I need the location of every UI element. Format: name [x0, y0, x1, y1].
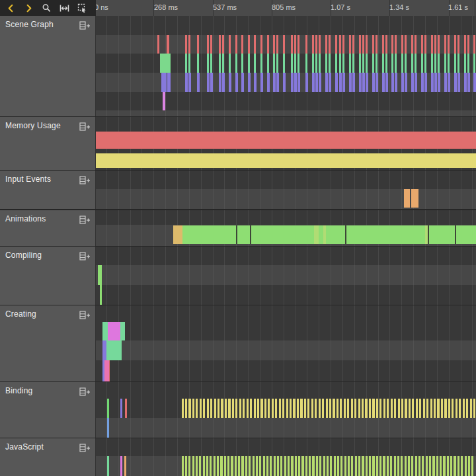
- event-bar[interactable]: [418, 456, 420, 476]
- event-bar[interactable]: [436, 456, 438, 476]
- event-bar[interactable]: [218, 399, 219, 418]
- event-bar[interactable]: [235, 73, 238, 92]
- event-bar[interactable]: [430, 399, 432, 418]
- event-bar[interactable]: [351, 456, 353, 476]
- event-bar[interactable]: [473, 54, 475, 73]
- event-bar[interactable]: [298, 73, 300, 92]
- event-bar[interactable]: [229, 73, 231, 92]
- event-bar[interactable]: [274, 456, 276, 476]
- event-bar[interactable]: [254, 73, 257, 92]
- event-bar[interactable]: [455, 225, 456, 244]
- event-bar[interactable]: [448, 54, 450, 73]
- event-bar[interactable]: [279, 399, 281, 418]
- event-bar[interactable]: [450, 456, 452, 476]
- event-bar[interactable]: [185, 35, 187, 54]
- event-bar[interactable]: [239, 399, 241, 418]
- event-bar[interactable]: [464, 35, 466, 54]
- event-bar[interactable]: [412, 399, 414, 418]
- event-bar[interactable]: [334, 456, 336, 476]
- event-bar[interactable]: [293, 399, 295, 418]
- event-bar[interactable]: [349, 54, 351, 73]
- event-bar[interactable]: [188, 73, 191, 92]
- event-bar[interactable]: [312, 73, 315, 92]
- event-bar[interactable]: [185, 399, 187, 418]
- event-bar[interactable]: [249, 456, 251, 476]
- event-bar[interactable]: [342, 73, 345, 92]
- event-bar[interactable]: [461, 456, 463, 476]
- event-bar[interactable]: [263, 456, 265, 476]
- event-bar[interactable]: [319, 399, 321, 418]
- event-bar[interactable]: [409, 399, 411, 418]
- event-bar[interactable]: [359, 73, 362, 92]
- event-bar[interactable]: [411, 456, 413, 476]
- event-bar[interactable]: [235, 35, 237, 54]
- event-bar[interactable]: [319, 35, 321, 54]
- expand-rows-icon[interactable]: [79, 20, 91, 29]
- event-bar[interactable]: [382, 54, 384, 73]
- event-bar[interactable]: [465, 456, 467, 476]
- event-bar[interactable]: [326, 399, 328, 418]
- event-bar[interactable]: [225, 399, 227, 418]
- event-bar[interactable]: [405, 54, 407, 73]
- event-bar[interactable]: [411, 54, 413, 73]
- event-bar[interactable]: [441, 399, 443, 418]
- event-bar[interactable]: [354, 399, 356, 418]
- event-bar[interactable]: [298, 456, 300, 476]
- event-bar[interactable]: [379, 456, 381, 476]
- event-bar[interactable]: [188, 456, 190, 476]
- event-bar[interactable]: [397, 456, 399, 476]
- event-bar[interactable]: [241, 456, 243, 476]
- event-bar[interactable]: [277, 456, 279, 476]
- event-bar[interactable]: [161, 73, 167, 92]
- event-bar[interactable]: [196, 456, 198, 476]
- event-bar[interactable]: [429, 456, 431, 476]
- event-bar[interactable]: [382, 73, 385, 92]
- event-bar[interactable]: [192, 456, 194, 476]
- event-bar[interactable]: [96, 132, 476, 149]
- event-bar[interactable]: [337, 399, 338, 418]
- expand-rows-icon[interactable]: [79, 215, 91, 223]
- event-bar[interactable]: [107, 456, 109, 476]
- event-bar[interactable]: [301, 456, 303, 476]
- event-bar[interactable]: [426, 456, 428, 476]
- event-bar[interactable]: [312, 54, 314, 73]
- event-bar[interactable]: [273, 54, 275, 73]
- event-bar[interactable]: [438, 35, 440, 54]
- event-bar[interactable]: [372, 456, 374, 476]
- event-bar[interactable]: [319, 54, 321, 73]
- event-bar[interactable]: [283, 35, 285, 54]
- event-bar[interactable]: [395, 35, 397, 54]
- event-bar[interactable]: [329, 73, 331, 92]
- event-bar[interactable]: [467, 73, 470, 92]
- event-bar[interactable]: [404, 189, 410, 208]
- event-bar[interactable]: [415, 456, 417, 476]
- event-bar[interactable]: [369, 456, 371, 476]
- event-bar[interactable]: [471, 456, 473, 476]
- event-bar[interactable]: [401, 73, 404, 92]
- event-bar[interactable]: [383, 456, 385, 476]
- event-bar[interactable]: [411, 189, 418, 208]
- event-bar[interactable]: [197, 35, 199, 54]
- event-bar[interactable]: [231, 456, 233, 476]
- event-bar[interactable]: [248, 54, 250, 73]
- event-bar[interactable]: [437, 399, 439, 418]
- event-bar[interactable]: [188, 54, 190, 73]
- event-bar[interactable]: [236, 225, 237, 244]
- event-bar[interactable]: [283, 54, 285, 73]
- event-bar[interactable]: [254, 399, 256, 418]
- event-bar[interactable]: [245, 456, 247, 476]
- event-bar[interactable]: [395, 73, 397, 92]
- event-bar[interactable]: [419, 399, 421, 418]
- expand-rows-icon[interactable]: [79, 443, 91, 452]
- event-bar[interactable]: [197, 73, 200, 92]
- event-bar[interactable]: [235, 399, 237, 418]
- event-bar[interactable]: [358, 399, 360, 418]
- event-bar[interactable]: [405, 35, 407, 54]
- expand-rows-icon[interactable]: [79, 310, 91, 319]
- event-bar[interactable]: [347, 399, 349, 418]
- event-bar[interactable]: [473, 35, 475, 54]
- event-bar[interactable]: [345, 225, 346, 244]
- event-bar[interactable]: [207, 399, 209, 418]
- event-bar[interactable]: [444, 73, 447, 92]
- event-bar[interactable]: [431, 73, 434, 92]
